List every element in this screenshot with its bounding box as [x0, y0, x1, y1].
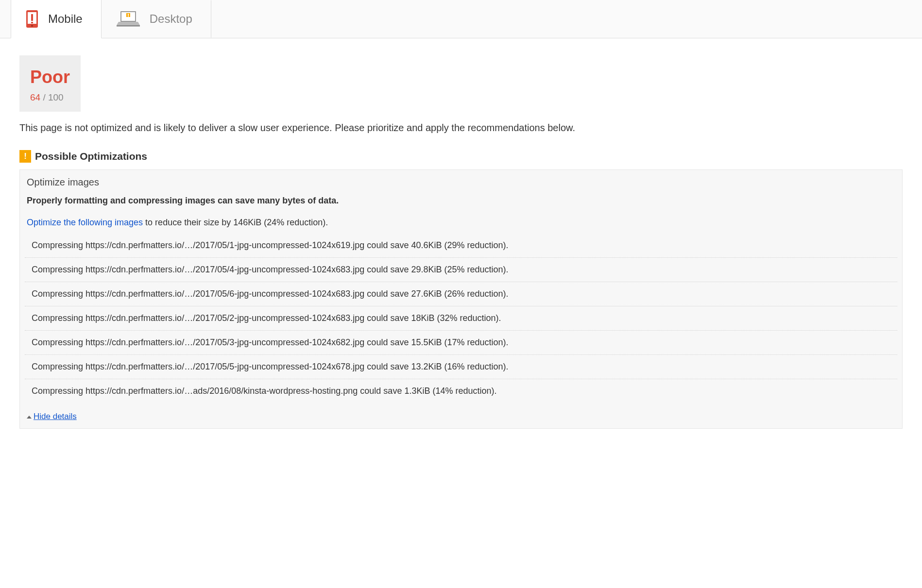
tab-desktop[interactable]: Desktop: [102, 0, 211, 38]
hide-details-row: Hide details: [20, 403, 902, 422]
mobile-icon: [25, 9, 39, 29]
score-number: 64: [30, 92, 40, 102]
optimization-panel: Optimize images Properly formatting and …: [19, 169, 903, 429]
section-header: ! Possible Optimizations: [19, 150, 903, 163]
score-sep: /: [40, 92, 48, 102]
score-box: Poor 64 / 100: [19, 55, 81, 112]
triangle-up-icon: [27, 416, 32, 419]
panel-desc-tail: to reduce their size by 146KiB (24% redu…: [143, 218, 328, 227]
tab-mobile-label: Mobile: [48, 12, 83, 26]
list-item: Compressing https://cdn.perfmatters.io/……: [25, 258, 897, 282]
optimize-link[interactable]: Optimize the following images: [27, 218, 143, 227]
panel-subtitle: Properly formatting and compressing imag…: [20, 196, 902, 218]
panel-title: Optimize images: [20, 177, 902, 196]
warning-icon: !: [19, 150, 31, 163]
desktop-icon: [116, 9, 141, 29]
tab-mobile[interactable]: Mobile: [11, 0, 102, 38]
svg-rect-8: [128, 14, 129, 16]
svg-rect-9: [128, 16, 129, 17]
section-title: Possible Optimizations: [35, 151, 147, 162]
score-label: Poor: [30, 67, 70, 87]
list-item: Compressing https://cdn.perfmatters.io/……: [25, 234, 897, 258]
svg-point-4: [31, 25, 33, 27]
tab-desktop-label: Desktop: [150, 12, 192, 26]
panel-description: Optimize the following images to reduce …: [20, 218, 902, 234]
svg-marker-10: [117, 22, 140, 25]
list-item: Compressing https://cdn.perfmatters.io/……: [25, 355, 897, 379]
content-area: Poor 64 / 100 This page is not optimized…: [0, 38, 922, 446]
svg-rect-2: [31, 14, 33, 21]
list-item: Compressing https://cdn.perfmatters.io/……: [25, 379, 897, 403]
list-item: Compressing https://cdn.perfmatters.io/……: [25, 282, 897, 306]
score-value: 64 / 100: [30, 92, 70, 103]
score-max: 100: [48, 92, 64, 102]
summary-text: This page is not optimized and is likely…: [19, 122, 903, 134]
hide-details-link[interactable]: Hide details: [34, 412, 77, 421]
list-item: Compressing https://cdn.perfmatters.io/……: [25, 306, 897, 331]
svg-rect-11: [117, 25, 140, 27]
svg-rect-3: [31, 22, 33, 23]
tabs-row: Mobile Desktop: [0, 0, 922, 38]
list-item: Compressing https://cdn.perfmatters.io/……: [25, 331, 897, 355]
